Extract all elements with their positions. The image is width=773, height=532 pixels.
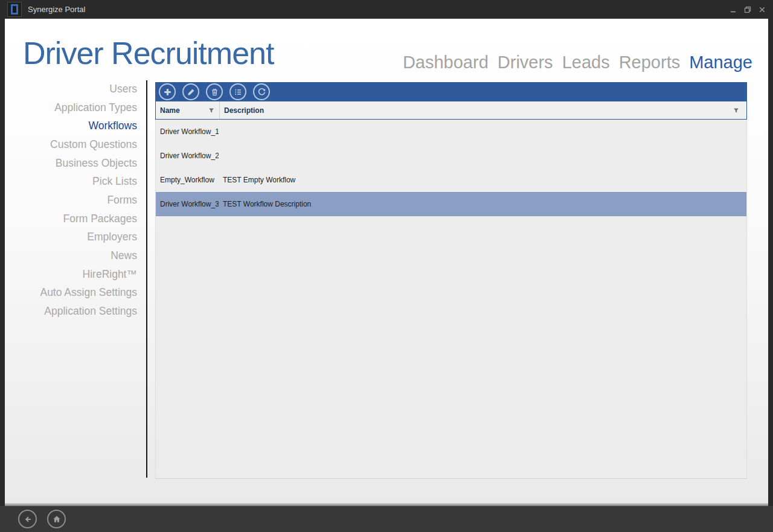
grid-rows: Driver Workflow_1 Driver Workflow_2 Empt…: [155, 120, 747, 216]
filter-icon[interactable]: [208, 107, 214, 114]
cell-name: Driver Workflow_2: [156, 152, 219, 160]
refresh-button[interactable]: [253, 83, 270, 100]
sidebar-item-business-objects[interactable]: Business Objects: [5, 154, 137, 173]
sidebar-item-form-packages[interactable]: Form Packages: [5, 210, 137, 228]
delete-button[interactable]: [206, 83, 223, 100]
back-icon: [23, 514, 33, 524]
sidebar-item-auto-assign-settings[interactable]: Auto Assign Settings: [5, 284, 137, 303]
list-button[interactable]: [229, 83, 246, 100]
column-header-description[interactable]: Description: [220, 101, 746, 119]
content-area: Driver Recruitment Dashboard Drivers Lea…: [5, 19, 768, 503]
sidebar-item-workflows[interactable]: Workflows: [5, 117, 137, 135]
back-button[interactable]: [18, 510, 37, 528]
sidebar-item-news[interactable]: News: [5, 246, 137, 265]
nav-tab-drivers[interactable]: Drivers: [498, 50, 553, 74]
sidebar-item-application-settings[interactable]: Application Settings: [5, 302, 137, 321]
sidebar-divider: [146, 80, 147, 478]
filter-icon[interactable]: [733, 107, 739, 114]
sidebar: Users Application Types Workflows Custom…: [5, 80, 137, 321]
window-controls: [726, 0, 769, 19]
cell-name: Driver Workflow_1: [156, 127, 219, 136]
page-title: Driver Recruitment: [23, 33, 274, 73]
refresh-icon: [257, 88, 266, 97]
edit-icon: [187, 88, 196, 97]
grid-row-selected[interactable]: Driver Workflow_3 TEST Workflow Descript…: [156, 192, 746, 216]
cell-name: Driver Workflow_3: [156, 200, 219, 208]
grid-empty-area: [155, 216, 747, 479]
home-icon: [52, 514, 62, 524]
grid-row[interactable]: Driver Workflow_2: [156, 144, 746, 168]
add-button[interactable]: [159, 83, 176, 100]
delete-icon: [210, 88, 219, 97]
cell-name: Empty_Workflow: [156, 176, 219, 184]
top-nav: Dashboard Drivers Leads Reports Manage: [403, 50, 752, 74]
home-button[interactable]: [47, 510, 66, 528]
column-header-name[interactable]: Name: [156, 101, 219, 119]
sidebar-item-users[interactable]: Users: [5, 80, 137, 98]
grid-header: Name Description: [155, 101, 747, 120]
sidebar-item-employers[interactable]: Employers: [5, 228, 137, 247]
nav-tab-dashboard[interactable]: Dashboard: [403, 50, 489, 74]
minimize-icon[interactable]: [726, 2, 740, 17]
cell-description: TEST Workflow Description: [219, 200, 746, 208]
close-icon[interactable]: [755, 2, 769, 17]
sidebar-item-hireright[interactable]: HireRight™: [5, 265, 137, 284]
workflows-grid-panel: Name Description Driver Workflow_1 Drive…: [155, 82, 747, 479]
bottom-nav-bar: [0, 506, 773, 532]
app-icon: [7, 2, 22, 17]
sidebar-item-pick-lists[interactable]: Pick Lists: [5, 172, 137, 191]
nav-tab-leads[interactable]: Leads: [562, 50, 610, 74]
sidebar-item-forms[interactable]: Forms: [5, 191, 137, 210]
sidebar-item-application-types[interactable]: Application Types: [5, 98, 137, 117]
edit-button[interactable]: [182, 83, 199, 100]
nav-tab-reports[interactable]: Reports: [619, 50, 681, 74]
list-icon: [234, 88, 243, 97]
sidebar-item-custom-questions[interactable]: Custom Questions: [5, 135, 137, 154]
grid-row[interactable]: Driver Workflow_1: [156, 120, 746, 144]
column-label-description: Description: [224, 106, 264, 115]
restore-icon[interactable]: [740, 2, 755, 17]
add-icon: [163, 88, 172, 97]
column-label-name: Name: [160, 106, 180, 115]
cell-description: TEST Empty Workflow: [219, 176, 746, 184]
window-title: Synergize Portal: [28, 5, 85, 14]
title-bar: Synergize Portal: [0, 0, 773, 19]
nav-tab-manage[interactable]: Manage: [689, 50, 752, 74]
grid-row[interactable]: Empty_Workflow TEST Empty Workflow: [156, 168, 746, 192]
grid-toolbar: [155, 82, 747, 101]
